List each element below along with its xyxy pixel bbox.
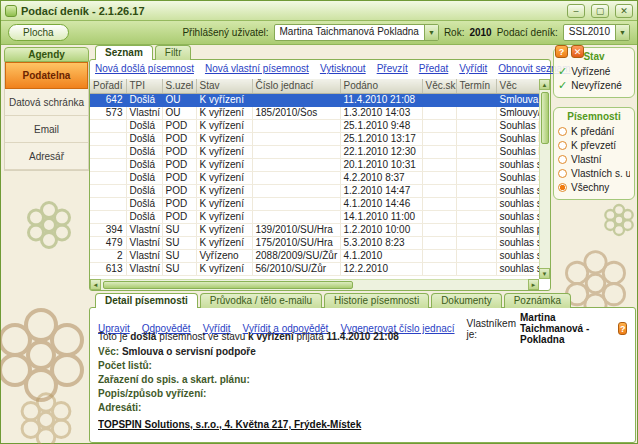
filter-label: Nevyřízené — [571, 80, 622, 91]
summary-text: přijatá — [294, 331, 327, 342]
column-header[interactable]: Stav — [196, 79, 252, 93]
table-row[interactable]: 479VlastníSUK vyřízení175/2010/SU/Hra5.3… — [90, 236, 539, 249]
tab[interactable]: Historie písemnosti — [324, 293, 429, 308]
table-row[interactable]: 394VlastníSUK vyřízení139/2010/SU/Hra1.2… — [90, 223, 539, 236]
action-link[interactable]: Nová došlá písemnost — [95, 63, 194, 74]
stav-filter-item[interactable]: ✓Nevyřízené — [558, 78, 630, 92]
maximize-button[interactable]: ▢ — [591, 4, 609, 18]
table-cell — [456, 223, 496, 236]
horizontal-scrollbar[interactable]: ◄ ► — [90, 279, 539, 290]
filter-label: K převzetí — [571, 140, 616, 151]
table-row[interactable]: DošláPODK vyřízení1.2.2010 14:47souhlas … — [90, 184, 539, 197]
table-row[interactable]: DošláPODK vyřízení25.1.2010 13:17Souhlas… — [90, 132, 539, 145]
filter-label: Všechny — [571, 182, 609, 193]
table-cell: SU — [162, 223, 196, 236]
tab[interactable]: Seznam — [95, 45, 153, 60]
column-header[interactable]: TPI — [126, 79, 162, 93]
table-row[interactable]: DošláPODK vyřízení14.1.2010 11:00souhlas… — [90, 210, 539, 223]
table-cell: Došlá — [126, 119, 162, 132]
pisemnosti-filter-item[interactable]: Vlastní — [558, 152, 630, 166]
panel-close-icon[interactable]: ✕ — [571, 45, 584, 58]
addressee-link[interactable]: TOPSPIN Solutions, s.r.o., 4. Května 217… — [98, 419, 361, 430]
table-row[interactable]: 613VlastníSUK vyřízení56/2010/SU/Žůr12.2… — [90, 262, 539, 275]
table-cell — [456, 93, 496, 106]
scroll-up-icon[interactable]: ▲ — [539, 79, 550, 90]
table-cell: K vyřízení — [196, 145, 252, 158]
table-row[interactable]: 2VlastníSUVyřízeno2088/2009/SU/Žůr4.1.20… — [90, 249, 539, 262]
table-cell: POD — [162, 132, 196, 145]
journal-select[interactable]: SSL2010 ▼ — [563, 24, 630, 41]
table-cell: K vyřízení — [196, 106, 252, 119]
tab[interactable]: Filtr — [155, 45, 192, 60]
pisemnosti-filter-item[interactable]: K předání — [558, 124, 630, 138]
logged-user-label: Přihlášený uživatel: — [182, 27, 268, 38]
vertical-scrollbar[interactable]: ▲ ▼ — [539, 79, 550, 279]
tab[interactable]: Průvodka / tělo e-mailu — [200, 293, 322, 308]
tab[interactable]: Poznámka — [504, 293, 571, 308]
table-cell — [456, 236, 496, 249]
pisemnosti-filter-item[interactable]: Všechny — [558, 180, 630, 194]
table-row[interactable]: DošláPODK vyřízení4.1.2010 14:46souhlas … — [90, 197, 539, 210]
scroll-right-icon[interactable]: ► — [528, 279, 539, 290]
column-header[interactable]: Číslo jednací — [252, 79, 340, 93]
table-cell: K vyřízení — [196, 158, 252, 171]
action-link[interactable]: Vyřídit — [459, 63, 487, 74]
desktop-button[interactable]: Plocha — [8, 24, 69, 41]
pisemnosti-filter-item[interactable]: K převzetí — [558, 138, 630, 152]
table-cell: POD — [162, 210, 196, 223]
column-header[interactable]: Podáno — [340, 79, 422, 93]
table-row[interactable]: DošláPODK vyřízení4.2.2010 8:37Souhlas s… — [90, 171, 539, 184]
chevron-down-icon[interactable]: ▼ — [615, 25, 629, 40]
action-link[interactable]: Nová vlastní písemnost — [205, 63, 309, 74]
action-link[interactable]: Převzít — [377, 63, 408, 74]
vertical-scroll-thumb[interactable] — [541, 92, 549, 144]
detail-panel: Detail písemnostiPrůvodka / tělo e-mailu… — [89, 293, 636, 443]
list-panel: SeznamFiltr Nová došlá písemnostNová vla… — [89, 45, 551, 291]
column-header[interactable]: Termín — [456, 79, 496, 93]
table-cell — [422, 197, 456, 210]
horizontal-scroll-thumb[interactable] — [103, 281, 353, 289]
table-cell: 4.1.2010 14:46 — [340, 197, 422, 210]
table-cell — [90, 197, 126, 210]
tab[interactable]: Detail písemnosti — [95, 293, 198, 308]
table-cell — [252, 171, 340, 184]
pisemnosti-filter-item[interactable]: Vlastních s. uzlu — [558, 166, 630, 180]
stav-filter-item[interactable]: ✓Vyřízené — [558, 64, 630, 78]
filter-label: Vlastní — [571, 154, 602, 165]
table-row[interactable]: 573VlastníOUK vyřízení185/2010/Šos1.3.20… — [90, 106, 539, 119]
user-select[interactable]: Martina Taichmanová Pokladna ▼ — [274, 24, 439, 41]
minimize-button[interactable]: – — [567, 4, 585, 18]
table-row[interactable]: DošláPODK vyřízení20.1.2010 10:31souhlas… — [90, 158, 539, 171]
column-header[interactable]: Věc — [496, 79, 539, 93]
table-cell — [422, 249, 456, 262]
pisemnosti-filter-box: Písemnosti K předáníK převzetíVlastníVla… — [553, 107, 635, 200]
sidebar-item[interactable]: Email — [5, 116, 88, 143]
table-row[interactable]: DošláPODK vyřízení25.1.2010 9:48Souhlas … — [90, 119, 539, 132]
table-row[interactable]: 642DošláOUK vyřízení11.4.2010 21:08Smlou… — [90, 93, 539, 106]
table-cell: Došlá — [126, 158, 162, 171]
column-header[interactable]: S.uzel — [162, 79, 196, 93]
table-cell — [456, 119, 496, 132]
table-row[interactable]: DošláPODK vyřízení22.1.2010 12:30Souhlas… — [90, 145, 539, 158]
column-header[interactable]: Věc.sk. — [422, 79, 456, 93]
column-header[interactable]: Pořadí — [90, 79, 126, 93]
sidebar-item[interactable]: Adresář — [5, 143, 88, 170]
scroll-left-icon[interactable]: ◄ — [90, 279, 101, 290]
journal-label: Podací deník: — [497, 27, 558, 38]
summary-tpi: došlá — [130, 331, 156, 342]
table-cell — [252, 145, 340, 158]
action-link[interactable]: Předat — [419, 63, 448, 74]
chevron-down-icon[interactable]: ▼ — [424, 25, 438, 40]
action-link[interactable]: Vytisknout — [320, 63, 366, 74]
scroll-down-icon[interactable]: ▼ — [539, 268, 550, 279]
summary-text: písemnost ve stavu — [156, 331, 248, 342]
summary-text: Toto je — [98, 331, 130, 342]
close-button[interactable]: ✕ — [615, 4, 633, 18]
table-cell: souhlas s tr — [496, 249, 539, 262]
sidebar-item[interactable]: Datová schránka — [5, 89, 88, 116]
help-icon[interactable]: ? — [555, 45, 568, 58]
table-cell: Smlouva o s — [496, 93, 539, 106]
tab[interactable]: Dokumenty — [431, 293, 502, 308]
table-cell — [456, 197, 496, 210]
sidebar-item[interactable]: Podatelna — [5, 62, 88, 89]
